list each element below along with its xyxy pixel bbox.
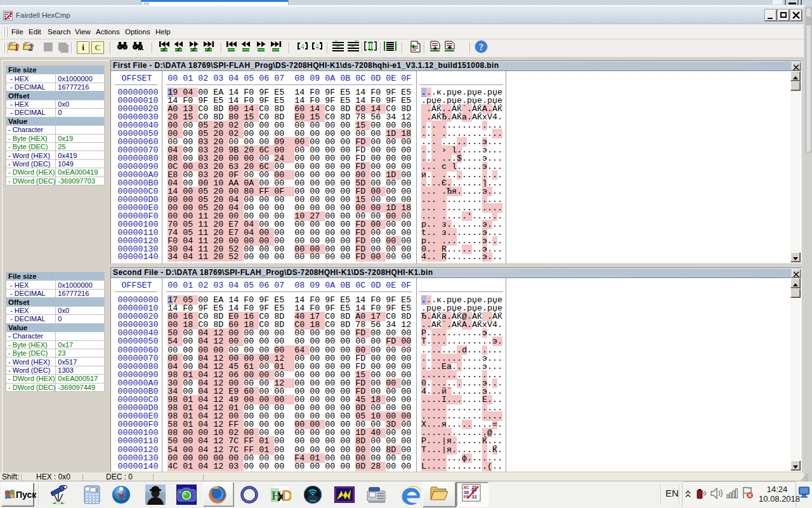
svg-text:?: ? [479,43,483,52]
svg-text:2: 2 [29,43,33,52]
svg-text:8: 8 [95,488,98,493]
svg-text:D: D [282,487,291,504]
svg-text:1: 1 [15,43,19,52]
